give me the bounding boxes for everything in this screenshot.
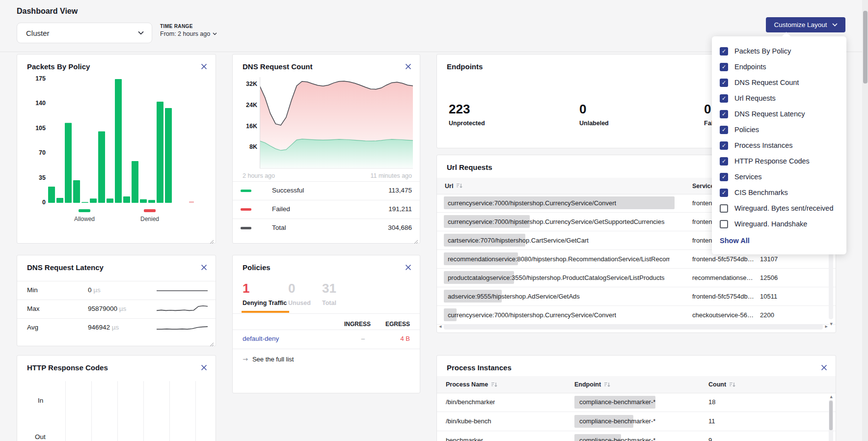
stat-unprotected: 223 Unprotected bbox=[449, 102, 485, 127]
checkbox-icon[interactable]: ✓ bbox=[720, 110, 728, 118]
process-table-row[interactable]: /bin/benchmarkercompliance-benchmarker-*… bbox=[437, 393, 836, 412]
show-all-link[interactable]: Show All bbox=[712, 232, 846, 245]
process-table-row[interactable]: /bin/kube-benchcompliance-benchmarker-*1… bbox=[437, 412, 836, 431]
resize-handle[interactable] bbox=[414, 237, 418, 242]
legend-label: Total bbox=[272, 224, 286, 231]
menu-item-dns-request-latency[interactable]: ✓DNS Request Latency bbox=[712, 106, 846, 122]
checkbox-icon[interactable]: ✓ bbox=[720, 141, 728, 150]
checkbox-icon[interactable]: ✓ bbox=[720, 94, 728, 103]
menu-item-label: Packets By Policy bbox=[734, 47, 791, 55]
count-text: 9 bbox=[708, 431, 712, 441]
url-column-header[interactable]: Url bbox=[445, 178, 462, 194]
checkbox-icon[interactable]: ✓ bbox=[720, 173, 728, 181]
endpoint-column-header[interactable]: Endpoint bbox=[574, 376, 610, 393]
scroll-down-arrow[interactable]: ▼ bbox=[830, 322, 833, 326]
card-title: Endpoints bbox=[447, 62, 483, 71]
policies-table-header: INGRESS EGRESS bbox=[233, 318, 420, 330]
page-scrollbar-thumb[interactable] bbox=[863, 11, 868, 83]
count-text: 11 bbox=[708, 412, 715, 431]
y-tick: 35 bbox=[26, 174, 46, 181]
menu-item-cis-benchmarks[interactable]: ✓CIS Benchmarks bbox=[712, 185, 846, 200]
checkbox-icon[interactable]: ✓ bbox=[720, 189, 728, 197]
scroll-up-arrow[interactable]: ▲ bbox=[830, 395, 833, 399]
count-column-header[interactable]: Count bbox=[708, 376, 735, 393]
scroll-right-arrow[interactable]: ▶ bbox=[825, 325, 828, 329]
policy-link[interactable]: default-deny bbox=[243, 335, 279, 342]
close-icon[interactable] bbox=[820, 363, 828, 371]
service-column-header[interactable]: Service bbox=[692, 178, 714, 194]
stat-value: 31 bbox=[322, 281, 336, 296]
stat-denying-traffic[interactable]: 1 Denying Traffic bbox=[243, 281, 287, 306]
stat-unused[interactable]: 0 Unused bbox=[288, 281, 311, 306]
menu-item-process-instances[interactable]: ✓Process Instances bbox=[712, 138, 846, 153]
sort-icon bbox=[729, 382, 735, 387]
latency-row-max: Max95879000 µs bbox=[17, 300, 216, 318]
latency-rows: Min0 µsMax95879000 µsAvg946942 µs bbox=[17, 281, 216, 337]
page-scrollbar[interactable] bbox=[862, 0, 868, 441]
sort-icon bbox=[456, 183, 462, 189]
menu-item-label: Process Instances bbox=[734, 141, 792, 149]
close-icon[interactable] bbox=[200, 263, 208, 271]
checkbox-icon[interactable]: ✓ bbox=[720, 63, 728, 71]
url-table-row[interactable]: adservice:9555/hipstershop.AdService/Get… bbox=[437, 287, 836, 306]
menu-item-policies[interactable]: ✓Policies bbox=[712, 122, 846, 138]
menu-item-dns-request-count[interactable]: ✓DNS Request Count bbox=[712, 75, 846, 90]
menu-item-label: CIS Benchmarks bbox=[734, 189, 788, 196]
process-table-vertical-scrollbar[interactable] bbox=[829, 400, 833, 441]
stat-label: Unused bbox=[288, 300, 311, 306]
legend-label: Failed bbox=[272, 205, 290, 213]
checkbox-icon[interactable]: ✓ bbox=[720, 79, 728, 87]
url-table-horizontal-scrollbar[interactable] bbox=[444, 324, 823, 330]
url-table-row[interactable]: productcatalogservice:3550/hipstershop.P… bbox=[437, 269, 836, 287]
ingress-value: – bbox=[361, 335, 365, 342]
menu-item-url-requests[interactable]: ✓Url Requests bbox=[712, 90, 846, 106]
stat-label: Total bbox=[322, 300, 336, 306]
resize-handle[interactable] bbox=[210, 340, 214, 344]
process-table-row[interactable]: benchmarkercompliance-benchmarker-*9 bbox=[437, 431, 836, 441]
menu-item-wireguard-bytes-sent-received[interactable]: Wireguard. Bytes sent/received bbox=[712, 200, 846, 216]
stat-total[interactable]: 31 Total bbox=[322, 281, 336, 306]
menu-item-endpoints[interactable]: ✓Endpoints bbox=[712, 59, 846, 75]
count-text: 2200 bbox=[760, 306, 774, 324]
close-icon[interactable] bbox=[404, 62, 412, 70]
url-cell: currencyservice:7000/hipstershop.Currenc… bbox=[444, 194, 671, 212]
service-text: recommendationse… bbox=[692, 269, 753, 287]
latency-label: Min bbox=[27, 286, 38, 294]
close-icon[interactable] bbox=[200, 363, 208, 371]
card-dns-request-count: DNS Request Count 32K24K16K8K 2 hours ag… bbox=[232, 54, 420, 244]
close-icon[interactable] bbox=[200, 62, 208, 70]
checkbox-icon[interactable]: ✓ bbox=[720, 126, 728, 134]
url-table-row[interactable]: currencyservice:7000/hipstershop.Currenc… bbox=[437, 306, 836, 325]
menu-item-services[interactable]: ✓Services bbox=[712, 169, 846, 185]
menu-item-label: Policies bbox=[734, 126, 759, 134]
scroll-left-arrow[interactable]: ◀ bbox=[439, 325, 441, 329]
time-range-value[interactable]: From: 2 hours ago bbox=[160, 30, 217, 37]
stat-value: 0 bbox=[579, 102, 609, 117]
latency-unit: µs bbox=[112, 324, 119, 331]
checkbox-icon[interactable]: ✓ bbox=[720, 157, 728, 165]
checkbox-icon[interactable]: ✓ bbox=[720, 47, 728, 55]
chevron-down-icon bbox=[832, 23, 838, 27]
card-title: HTTP Response Codes bbox=[27, 363, 108, 372]
menu-item-packets-by-policy[interactable]: ✓Packets By Policy bbox=[712, 43, 846, 59]
menu-item-label: HTTP Response Codes bbox=[734, 157, 810, 165]
customize-layout-button[interactable]: Customize Layout bbox=[766, 17, 845, 32]
y-tick: 140 bbox=[26, 100, 46, 107]
checkbox-icon[interactable] bbox=[720, 220, 728, 228]
egress-value: 4 B bbox=[400, 335, 410, 342]
legend-value: 113,475 bbox=[388, 187, 412, 194]
see-full-list-link[interactable]: → See the full list bbox=[243, 356, 294, 363]
checkbox-icon[interactable] bbox=[720, 204, 728, 213]
view-selector-dropdown[interactable]: Cluster bbox=[17, 23, 152, 43]
resize-handle[interactable] bbox=[210, 237, 214, 242]
menu-item-label: Endpoints bbox=[734, 63, 766, 71]
menu-item-wireguard-handshake[interactable]: Wireguard. Handshake bbox=[712, 216, 846, 232]
menu-item-http-response-codes[interactable]: ✓HTTP Response Codes bbox=[712, 153, 846, 169]
y-tick: 24K bbox=[238, 102, 257, 109]
legend-swatch bbox=[241, 227, 251, 229]
chevron-down-icon bbox=[213, 32, 217, 35]
close-icon[interactable] bbox=[404, 263, 412, 271]
legend-value: 191,211 bbox=[388, 205, 412, 213]
process-name-column-header[interactable]: Process Name bbox=[446, 376, 497, 393]
menu-item-label: Services bbox=[734, 173, 762, 181]
